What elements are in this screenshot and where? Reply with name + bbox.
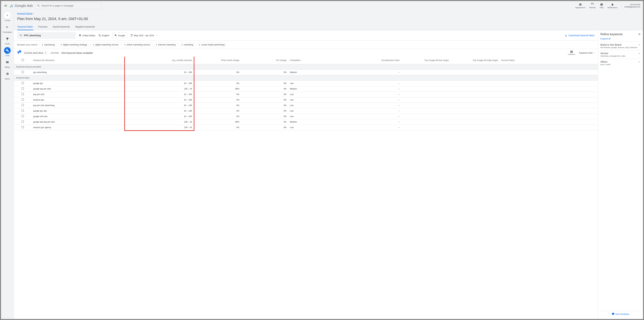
close-refine-icon[interactable]: ✕ — [638, 32, 641, 36]
select-all-checkbox[interactable] — [22, 59, 24, 61]
chevron-down-icon — [638, 52, 641, 55]
row-checkbox[interactable] — [22, 126, 24, 128]
nav-billing[interactable]: Billing — [4, 59, 11, 68]
broaden-chip[interactable]: +internet marketing — [154, 42, 178, 47]
location-filter[interactable]: United States — [79, 34, 95, 37]
table-row[interactable]: google ppc ads1K – 10K0%0%Low– — [14, 108, 598, 114]
col-keyword[interactable]: Keyword (by relevance) — [32, 56, 125, 64]
trophy-icon — [4, 36, 11, 42]
nav-admin[interactable]: Admin — [4, 70, 11, 80]
refresh-icon — [591, 3, 594, 6]
row-checkbox[interactable] — [22, 120, 24, 123]
logo-text: Google Ads — [15, 4, 33, 8]
daterange-filter[interactable]: May 2023 - Apr 2024 — [130, 34, 158, 37]
broaden-label: Broaden your search: — [17, 44, 38, 46]
refine-panel: Refine keywords ✕ Expand all Brand or No… — [598, 30, 643, 319]
filter-bar: United States English Google May 20 — [14, 30, 598, 40]
account-info[interactable]: Ad Account email@gmail.com — [622, 3, 640, 8]
refine-title: Refine keywords — [600, 32, 622, 36]
card-icon — [4, 59, 11, 66]
tab-keyword-ideas[interactable]: Keyword ideas — [17, 24, 33, 30]
refine-group[interactable]: Servicemarketing, management, sales — [600, 50, 641, 58]
col-impression[interactable]: Ad impression share — [347, 56, 401, 64]
give-feedback-link[interactable]: Give feedback — [600, 311, 641, 317]
table-row[interactable]: google pay per click100 – 1K-90%0%Medium… — [14, 86, 598, 92]
row-checkbox[interactable] — [22, 104, 24, 106]
table-row[interactable]: pay per click advertising1K – 10K0%0%Low… — [14, 102, 598, 108]
filter-funnel-icon[interactable]: 1 — [16, 51, 20, 54]
columns-button[interactable]: Columns — [568, 50, 575, 55]
broaden-chip[interactable]: +digital marketing service — [90, 42, 120, 47]
section-header: Keyword ideas — [14, 75, 598, 80]
table-row[interactable]: google ads pay per click100 – 1K-90%0%Me… — [14, 119, 598, 124]
help-button[interactable]: Help — [600, 3, 604, 8]
breadcrumb-parent[interactable]: Keyword Planner — [17, 12, 32, 15]
row-checkbox[interactable] — [22, 110, 24, 112]
table-row[interactable]: ppc advertising1K – 10K0%0%Medium– — [14, 70, 598, 75]
plus-icon — [4, 12, 11, 19]
refresh-button[interactable]: Refresh — [589, 3, 596, 8]
left-nav: Create Campaigns Goals Tools Billing Adm… — [1, 10, 14, 319]
col-competition[interactable]: Competition — [288, 56, 347, 64]
feedback-icon — [612, 313, 614, 315]
row-checkbox[interactable] — [22, 98, 24, 101]
dropdown-icon — [156, 34, 158, 36]
logo[interactable]: Google Ads — [10, 4, 33, 8]
language-filter[interactable]: English — [98, 34, 109, 37]
hamburger-icon[interactable] — [4, 4, 8, 8]
broaden-chip[interactable]: +social media advertising — [197, 42, 227, 47]
refine-group[interactable]: Brand or Non-BrandNon-Brands, google, am… — [600, 42, 641, 50]
table-row[interactable]: pay per click1K – 10K0%0%Low– — [14, 92, 598, 97]
svg-point-0 — [10, 6, 11, 7]
pin-icon — [79, 34, 81, 37]
breadcrumb: Keyword Planner› — [17, 12, 640, 15]
chevron-down-icon — [638, 60, 641, 64]
keyword-search-input[interactable] — [24, 34, 73, 37]
table-row[interactable]: amazon ppc agency100 – 1K0%0%Low– — [14, 124, 598, 130]
tab-saved-keywords[interactable]: Saved keywords — [52, 24, 70, 30]
broaden-row: Broaden your search: +advertising+digita… — [14, 40, 598, 49]
broaden-chip[interactable]: +online marketing service — [122, 42, 152, 47]
broaden-chip[interactable]: +marketing — [179, 42, 196, 47]
ideas-count: 634 keyword ideas available — [62, 52, 93, 54]
row-checkbox[interactable] — [22, 115, 24, 117]
notifications-button[interactable]: Notifications — [608, 3, 618, 8]
row-checkbox[interactable] — [22, 93, 24, 95]
nav-create[interactable]: Create — [4, 12, 11, 22]
language-icon — [98, 34, 101, 37]
table-row[interactable]: google ppc1K – 10K0%0%Low– — [14, 80, 598, 86]
col-bid-low[interactable]: Top of page bid (low range) — [401, 56, 450, 64]
col-3month[interactable]: Three month change — [194, 56, 241, 64]
col-avg[interactable]: Avg. monthly searches — [125, 56, 194, 64]
add-filter-button[interactable]: Add filter — [50, 52, 59, 54]
appearance-icon — [579, 3, 582, 6]
col-yoy[interactable]: YoY change — [241, 56, 288, 64]
col-account[interactable]: Account Status — [500, 56, 598, 64]
tab-negative-keywords[interactable]: Negative keywords — [75, 24, 95, 30]
global-search-input[interactable] — [42, 4, 99, 7]
row-checkbox[interactable] — [22, 82, 24, 84]
nav-goals[interactable]: Goals — [4, 36, 11, 45]
view-dropdown[interactable]: Keyword view — [579, 52, 595, 54]
broaden-chip[interactable]: +digital marketing strategy — [58, 42, 89, 47]
table-controls: 1 Exclude adult ideas ✕ Add filter 634 k… — [14, 49, 598, 56]
table-row[interactable]: google click ads1K – 10K0%0%Low– — [14, 114, 598, 119]
refine-group[interactable]: Othersprice, model — [600, 58, 641, 67]
expand-all-link[interactable]: Expand all — [600, 38, 641, 40]
row-checkbox[interactable] — [22, 87, 24, 90]
table-row[interactable]: amazon ppc1K – 10K0%0%Low– — [14, 97, 598, 102]
tab-forecast[interactable]: Forecast — [38, 24, 48, 30]
exclude-chip[interactable]: Exclude adult ideas ✕ — [22, 51, 48, 55]
row-checkbox[interactable] — [22, 71, 24, 73]
nav-tools[interactable]: Tools — [4, 47, 11, 56]
close-icon[interactable]: ✕ — [44, 52, 46, 54]
col-bid-high[interactable]: Top of page bid (high range) — [450, 56, 500, 64]
download-button[interactable]: Download keyword ideas — [564, 34, 594, 37]
keyword-search[interactable] — [17, 32, 76, 39]
appearance-button[interactable]: Appearance — [575, 3, 585, 8]
network-icon — [114, 34, 117, 37]
nav-campaigns[interactable]: Campaigns — [3, 24, 12, 33]
global-search[interactable] — [35, 2, 102, 9]
network-filter[interactable]: Google — [112, 32, 127, 38]
broaden-chip[interactable]: +advertising — [40, 42, 57, 47]
